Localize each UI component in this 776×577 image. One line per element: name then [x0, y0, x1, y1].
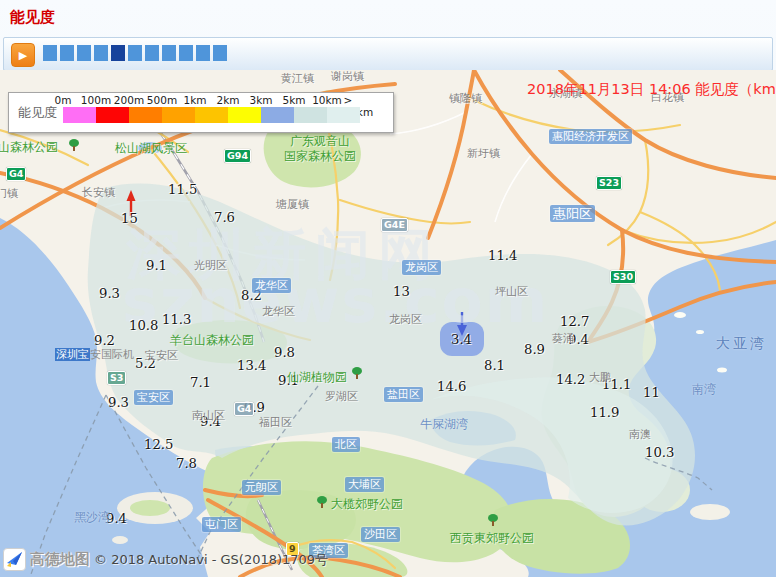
district-badge: 沙田区	[361, 527, 400, 542]
timeline-frame-8[interactable]	[162, 45, 176, 61]
park-label: 广东观音山国家森林公园	[284, 134, 356, 164]
town-label: 镇隆镇	[449, 91, 482, 106]
town-label: 南山区	[192, 408, 225, 423]
town-label: 大鹏	[589, 370, 611, 385]
island	[690, 504, 730, 520]
legend-swatch	[228, 107, 261, 123]
legend-swatch	[195, 107, 228, 123]
legend-tick: 2km	[217, 94, 240, 106]
district-badge: 龙华区	[252, 278, 291, 293]
legend-tick: 100m	[81, 94, 111, 106]
map-value-label: 12.5	[144, 437, 173, 452]
player-frames	[43, 45, 227, 61]
legend-tick: 0m	[55, 94, 72, 106]
legend-tick: 200m	[114, 94, 144, 106]
timeline-frame-4[interactable]	[94, 45, 108, 61]
map-value-label: 11	[643, 385, 660, 400]
timeline-frame-3[interactable]	[77, 45, 91, 61]
island	[674, 312, 686, 318]
road-badge-G4: G4	[6, 167, 26, 181]
road-badge-S23: S23	[596, 176, 622, 190]
playback-toolbar: ▶	[3, 37, 773, 71]
town-label: 门镇	[0, 186, 18, 201]
legend-swatch	[294, 107, 327, 123]
timeline-frame-6[interactable]	[128, 45, 142, 61]
timestamp-label: 2018年11月13日 14:06 能见度（km）	[527, 80, 776, 99]
legend-swatch	[327, 107, 360, 123]
play-icon: ▶	[19, 49, 27, 62]
park-label: 羊台山森林公园	[170, 333, 254, 348]
island	[696, 330, 704, 334]
island-green	[130, 500, 170, 516]
water-label: 黑沙湾	[74, 509, 110, 526]
map-value-label: 8.9	[524, 342, 545, 357]
district-badge: 大埔区	[345, 477, 384, 492]
tree-icon	[68, 139, 80, 152]
map-value-label: 7.6	[214, 210, 235, 225]
timeline-frame-7[interactable]	[145, 45, 159, 61]
map-value-label: 9.3	[99, 286, 120, 301]
road-badge-G94: G94	[224, 149, 251, 163]
town-label: 光明区	[194, 258, 227, 273]
district-badge: 元朗区	[242, 480, 281, 495]
legend-tick: 3km	[250, 94, 273, 106]
map-value-label: 9.1	[146, 258, 167, 273]
park-label: 大榄郊野公园	[331, 497, 403, 512]
tree-icon	[351, 367, 363, 380]
map-attribution: 高德地图 © 2018 AutoNavi - GS(2018)1709号	[3, 548, 328, 571]
park-label: 山森林公园	[0, 140, 58, 155]
town-label: 坪山区	[495, 284, 528, 299]
town-label: 塘厦镇	[276, 197, 309, 212]
island	[717, 368, 727, 373]
page-title: 能见度	[10, 8, 55, 27]
map-value-label: 9.3	[108, 395, 129, 410]
legend-tick: 500m	[147, 94, 177, 106]
map-value-label: 7.1	[190, 375, 211, 390]
tree-icon	[487, 514, 499, 527]
map-value-label: 11.3	[162, 312, 191, 327]
town-label: 福田区	[259, 415, 292, 430]
road-badge-G4E: G4E	[381, 218, 408, 232]
district-badge: 惠阳经济开发区	[549, 129, 632, 144]
district-badge: 盐田区	[384, 387, 423, 402]
town-label: 新圩镇	[467, 146, 500, 161]
timeline-frame-5[interactable]	[111, 45, 125, 61]
district-badge: 屯门区	[202, 517, 241, 532]
town-label: 黄江镇	[281, 71, 314, 86]
legend-title: 能见度	[18, 104, 57, 122]
visibility-app: 能见度 ▶	[0, 0, 776, 577]
district-badge: 龙岗区	[402, 260, 441, 275]
airport-label-highlight: 深圳宝	[55, 348, 90, 361]
water-label: 牛屎湖湾	[420, 416, 468, 433]
play-button[interactable]: ▶	[11, 43, 35, 67]
map-value-label: 7.8	[176, 456, 197, 471]
road-badge-S3: S3	[107, 371, 126, 385]
town-label: 宝安区	[145, 348, 178, 363]
timeline-frame-11[interactable]	[213, 45, 227, 61]
timeline-frame-1[interactable]	[43, 45, 57, 61]
map-value-label: 11.4	[488, 248, 517, 263]
map-value-label: 14.2	[556, 372, 585, 387]
map-value-label: 10.3	[645, 445, 674, 460]
map-value-label: 12.7	[560, 314, 589, 329]
map-value-label: 3.4	[451, 332, 472, 347]
district-badge: 宝安区	[134, 390, 173, 405]
park-label: 松山湖风景区	[115, 141, 187, 156]
road-badge-G4: G4	[234, 402, 254, 416]
legend-swatch	[162, 107, 195, 123]
legend-tick: 5km	[283, 94, 306, 106]
timeline-frame-2[interactable]	[60, 45, 74, 61]
map-value-label: 15	[121, 211, 138, 226]
town-label: 葵涌	[552, 331, 574, 346]
map-value-label: 9.2	[94, 333, 115, 348]
tree-icon	[316, 496, 328, 509]
map-value-label: 8.1	[484, 358, 505, 373]
map-value-label: 11.9	[590, 405, 619, 420]
amap-logo-icon[interactable]	[3, 548, 26, 571]
map-value-label: 9.8	[274, 345, 295, 360]
amap-brand[interactable]: 高德地图	[30, 550, 90, 569]
timeline-frame-9[interactable]	[179, 45, 193, 61]
airport-label-rest: 安国际机	[90, 348, 134, 361]
timeline-frame-10[interactable]	[196, 45, 210, 61]
copyright-text: © 2018 AutoNavi - GS(2018)1709号	[94, 551, 328, 569]
